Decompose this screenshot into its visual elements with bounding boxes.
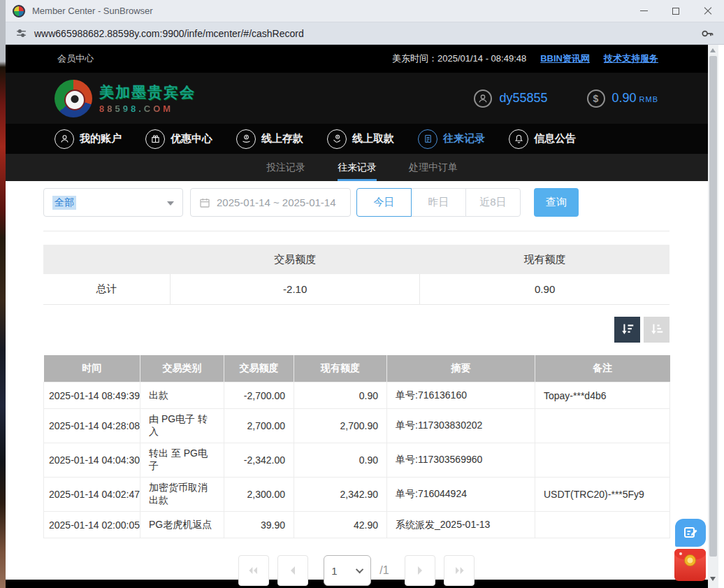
minimize-icon: [640, 10, 648, 11]
cell-time: 2025-01-14 04:04:30: [44, 443, 140, 478]
scroll-down-arrow-icon[interactable]: [710, 577, 716, 581]
sort-ascending-button[interactable]: [644, 317, 669, 343]
pagination: 1 /1: [43, 555, 669, 586]
close-button[interactable]: [692, 0, 724, 22]
records-table: 时间 交易类别 交易额度 现有额度 摘要 备注 2025-01-14 08:49…: [43, 355, 670, 539]
nav-announcements[interactable]: 信息公告: [509, 129, 576, 149]
tab-pending-orders[interactable]: 处理中订单: [409, 154, 458, 181]
balance-chip[interactable]: $ 0.90RMB: [587, 89, 659, 108]
scroll-up-arrow-icon[interactable]: [710, 48, 716, 52]
brand-logo-icon[interactable]: [55, 80, 92, 117]
total-pages-label: /1: [379, 564, 389, 577]
table-row: 2025-01-14 02:00:05 PG老虎机返点 39.90 42.90 …: [44, 512, 670, 538]
previous-page-button[interactable]: [277, 555, 308, 586]
window-title: Member Center - SunBrowser: [32, 6, 153, 16]
tab-bet-records[interactable]: 投注记录: [266, 154, 305, 181]
date-range-value: 2025-01-14 ~ 2025-01-14: [217, 196, 336, 208]
minimize-button[interactable]: [628, 0, 660, 22]
first-page-button[interactable]: [238, 555, 269, 586]
user-avatar-icon: [474, 89, 492, 108]
sort-descending-button[interactable]: [614, 317, 640, 343]
col-amount: 交易额度: [224, 355, 294, 382]
table-row: 2025-01-14 04:28:08 由 PG电子 转入 2,700.00 2…: [44, 409, 670, 443]
site-settings-icon[interactable]: [15, 27, 27, 39]
date-range-input[interactable]: 2025-01-14 ~ 2025-01-14: [190, 188, 351, 217]
cell-summary: 单号:716136160: [387, 382, 535, 409]
chevron-down-icon: [167, 201, 174, 206]
summary-transaction-total: -2.10: [171, 274, 420, 304]
maximize-button[interactable]: [660, 0, 692, 22]
address-bar[interactable]: www665988682.88598y.com:9900/infe/mcente…: [6, 22, 724, 45]
gold-coin-icon: [684, 554, 696, 566]
double-chevron-right-icon: [453, 566, 465, 575]
password-key-icon[interactable]: [700, 27, 714, 41]
double-chevron-left-icon: [247, 566, 260, 575]
search-button[interactable]: 查询: [534, 188, 579, 217]
balance-amount: 0.90RMB: [612, 91, 659, 106]
user-chip[interactable]: dy55855: [474, 89, 547, 108]
top-info-bar: 会员中心 美东时间：2025/01/14 - 08:49:48 BBIN资讯网 …: [6, 45, 718, 73]
last-8-days-button[interactable]: 近8日: [465, 188, 521, 217]
last-page-button[interactable]: [444, 555, 475, 586]
close-icon: [704, 7, 712, 15]
site-header: 美加墨贵宾会 88598.COM dy55855 $ 0.90RMB: [6, 73, 718, 124]
summary-balance-total: 0.90: [420, 274, 669, 304]
page-viewport: 会员中心 美东时间：2025/01/14 - 08:49:48 BBIN资讯网 …: [6, 45, 718, 588]
customer-service-chat-button[interactable]: [675, 519, 706, 547]
nav-transaction-records[interactable]: 往来记录: [418, 129, 485, 149]
col-time: 时间: [44, 355, 140, 382]
table-row: 2025-01-14 04:02:47 加密货币取消出款 2,300.00 2,…: [44, 478, 670, 512]
nav-label: 优惠中心: [171, 132, 212, 145]
page-scrollbar[interactable]: [708, 45, 718, 588]
type-select-dropdown[interactable]: 全部: [43, 188, 183, 217]
cell-note: USDT(TRC20)-***5Fy9: [535, 478, 670, 512]
cell-amount: 2,700.00: [224, 409, 294, 443]
cell-balance: 2,342.90: [294, 478, 387, 512]
table-row: 2025-01-14 08:49:39 出款 -2,700.00 0.90 单号…: [44, 382, 670, 409]
cell-amount: 39.90: [224, 512, 294, 538]
cell-amount: -2,700.00: [224, 382, 294, 409]
sub-navigation: 投注记录 往来记录 处理中订单: [6, 154, 718, 181]
gift-icon: [145, 129, 165, 149]
eastern-time: 美东时间：2025/01/14 - 08:49:48: [392, 52, 526, 65]
summary-header-balance: 现有额度: [420, 245, 669, 274]
cell-note: Topay-***d4b6: [535, 382, 670, 409]
username: dy55855: [499, 91, 547, 106]
cell-summary: 系统派发_2025-01-13: [387, 512, 535, 538]
brand-text[interactable]: 美加墨贵宾会 88598.COM: [99, 83, 196, 114]
dollar-icon: $: [587, 89, 605, 108]
scrollbar-thumb[interactable]: [709, 56, 717, 557]
nav-label: 线上存款: [261, 132, 303, 145]
note-pencil-icon: [682, 524, 699, 541]
nav-label: 线上取款: [352, 132, 394, 145]
cell-type: 出款: [140, 382, 224, 409]
nav-promotions[interactable]: 优惠中心: [145, 129, 212, 149]
today-button[interactable]: 今日: [356, 188, 412, 217]
sunbrowser-logo-icon: [13, 5, 25, 17]
bbin-news-link[interactable]: BBIN资讯网: [540, 52, 590, 65]
page-select[interactable]: 1: [324, 555, 371, 586]
col-balance: 现有额度: [294, 355, 387, 382]
cell-note: [535, 443, 670, 478]
next-page-button[interactable]: [405, 555, 435, 586]
deposit-icon: [236, 129, 256, 149]
brand-name: 美加墨贵宾会: [99, 83, 196, 102]
nav-online-withdraw[interactable]: 线上取款: [327, 129, 394, 149]
nav-label: 信息公告: [534, 132, 576, 145]
yesterday-button[interactable]: 昨日: [411, 188, 466, 217]
nav-my-account[interactable]: 我的账户: [55, 129, 122, 149]
cell-summary: 单号:117303569960: [387, 443, 535, 478]
tech-support-link[interactable]: 技术支持服务: [604, 52, 658, 65]
tab-transaction-records[interactable]: 往来记录: [338, 154, 377, 181]
maximize-icon: [672, 8, 679, 15]
red-envelope-button[interactable]: [674, 549, 706, 581]
cell-note: [535, 512, 670, 538]
summary-total-row: 总计 -2.10 0.90: [43, 274, 669, 304]
cell-time: 2025-01-14 04:28:08: [44, 409, 140, 443]
cell-summary: 单号:716044924: [387, 478, 535, 512]
url-text[interactable]: www665988682.88598y.com:9900/infe/mcente…: [34, 28, 304, 39]
nav-online-deposit[interactable]: 线上存款: [236, 129, 303, 149]
records-icon: [418, 129, 437, 149]
background-window-left: [0, 0, 6, 588]
cell-time: 2025-01-14 02:00:05: [44, 512, 140, 538]
